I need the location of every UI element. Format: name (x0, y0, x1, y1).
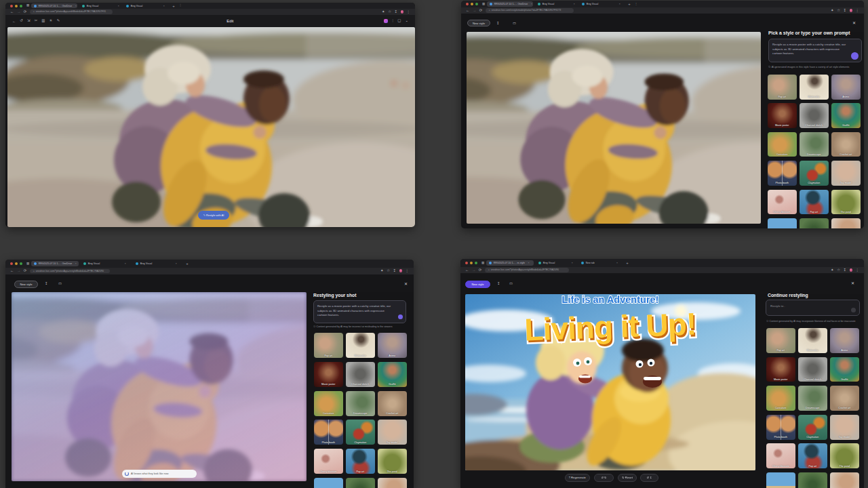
svg-text:Living it Up!: Living it Up! (524, 306, 696, 348)
svg-text:Life is an Adventure!: Life is an Adventure! (562, 294, 659, 305)
